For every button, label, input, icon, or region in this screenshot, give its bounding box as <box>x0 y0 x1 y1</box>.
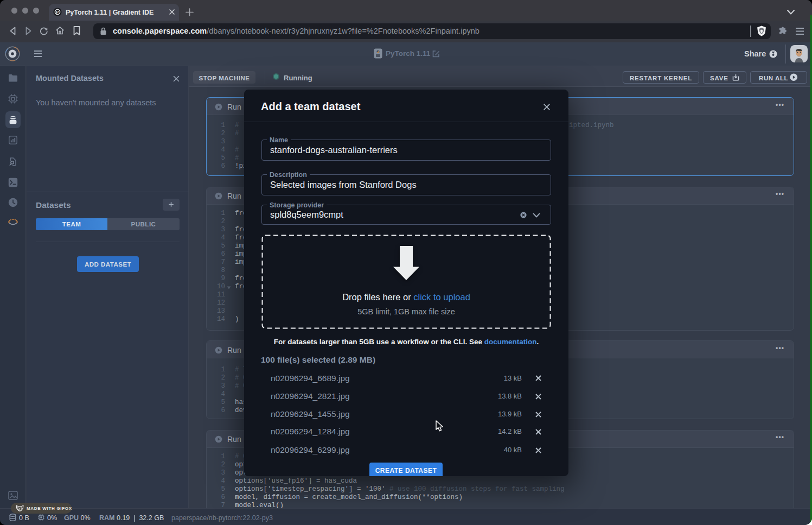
svg-text:P: P <box>56 10 59 15</box>
